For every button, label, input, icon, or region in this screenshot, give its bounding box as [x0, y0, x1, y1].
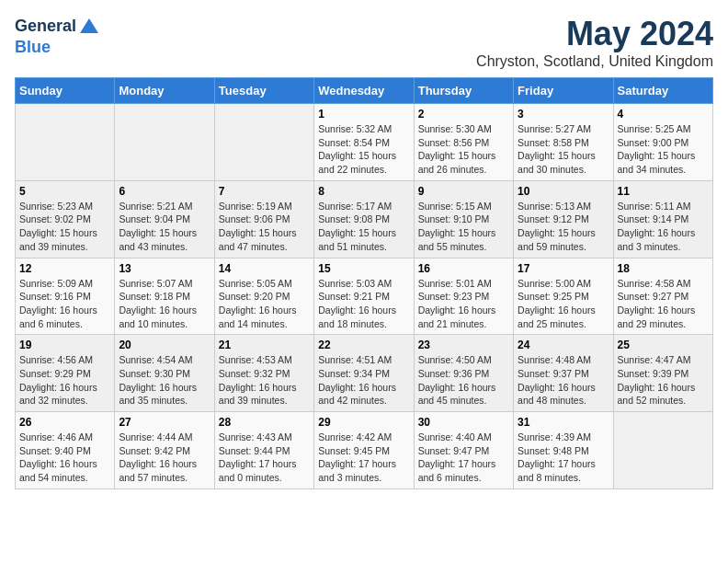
- day-info: Sunrise: 5:05 AM Sunset: 9:20 PM Dayligh…: [219, 277, 310, 331]
- day-info: Sunrise: 5:17 AM Sunset: 9:08 PM Dayligh…: [318, 200, 409, 254]
- calendar-cell: 25Sunrise: 4:47 AM Sunset: 9:39 PM Dayli…: [613, 335, 712, 412]
- day-info: Sunrise: 5:27 AM Sunset: 8:58 PM Dayligh…: [518, 122, 609, 177]
- day-info: Sunrise: 5:07 AM Sunset: 9:18 PM Dayligh…: [119, 277, 210, 331]
- day-number: 31: [518, 416, 609, 429]
- calendar-cell: 26Sunrise: 4:46 AM Sunset: 9:40 PM Dayli…: [16, 412, 115, 489]
- logo: General Blue: [15, 15, 100, 57]
- day-number: 27: [119, 416, 210, 429]
- calendar-week-row: 19Sunrise: 4:56 AM Sunset: 9:29 PM Dayli…: [16, 335, 713, 412]
- day-number: 3: [518, 108, 609, 121]
- subtitle: Chryston, Scotland, United Kingdom: [476, 53, 713, 70]
- calendar-cell: 3Sunrise: 5:27 AM Sunset: 8:58 PM Daylig…: [514, 104, 613, 181]
- day-number: 23: [418, 339, 509, 351]
- day-number: 29: [318, 416, 409, 429]
- day-number: 9: [418, 185, 509, 198]
- calendar-cell: 20Sunrise: 4:54 AM Sunset: 9:30 PM Dayli…: [115, 335, 214, 412]
- day-number: 21: [219, 339, 310, 351]
- day-number: 30: [418, 416, 509, 429]
- calendar-cell: 13Sunrise: 5:07 AM Sunset: 9:18 PM Dayli…: [115, 258, 214, 335]
- day-info: Sunrise: 4:40 AM Sunset: 9:47 PM Dayligh…: [418, 431, 509, 485]
- title-section: May 2024 Chryston, Scotland, United King…: [476, 15, 713, 70]
- header-day-monday: Monday: [115, 78, 214, 104]
- calendar-cell: 1Sunrise: 5:32 AM Sunset: 8:54 PM Daylig…: [314, 104, 414, 181]
- day-number: 11: [618, 185, 709, 198]
- header-day-thursday: Thursday: [414, 78, 513, 104]
- logo-general: General: [15, 17, 76, 36]
- day-number: 8: [318, 185, 409, 198]
- day-info: Sunrise: 4:50 AM Sunset: 9:36 PM Dayligh…: [418, 353, 509, 408]
- header-day-tuesday: Tuesday: [214, 78, 313, 104]
- calendar-cell: 18Sunrise: 4:58 AM Sunset: 9:27 PM Dayli…: [613, 258, 712, 335]
- logo-text: General Blue: [15, 15, 100, 57]
- calendar-cell: [16, 104, 115, 181]
- day-info: Sunrise: 4:56 AM Sunset: 9:29 PM Dayligh…: [19, 353, 110, 408]
- calendar-cell: 28Sunrise: 4:43 AM Sunset: 9:44 PM Dayli…: [214, 412, 313, 489]
- day-info: Sunrise: 5:13 AM Sunset: 9:12 PM Dayligh…: [518, 200, 609, 254]
- calendar-cell: [214, 104, 313, 181]
- header-day-sunday: Sunday: [16, 78, 115, 104]
- day-number: 4: [618, 108, 709, 121]
- calendar-cell: 10Sunrise: 5:13 AM Sunset: 9:12 PM Dayli…: [514, 180, 613, 258]
- day-number: 25: [618, 339, 709, 351]
- day-info: Sunrise: 5:03 AM Sunset: 9:21 PM Dayligh…: [318, 277, 409, 331]
- day-number: 7: [219, 185, 310, 198]
- day-number: 26: [19, 416, 110, 429]
- day-number: 15: [318, 262, 409, 275]
- day-number: 28: [219, 416, 310, 429]
- day-info: Sunrise: 5:01 AM Sunset: 9:23 PM Dayligh…: [418, 277, 509, 331]
- day-info: Sunrise: 5:00 AM Sunset: 9:25 PM Dayligh…: [518, 277, 609, 331]
- calendar-cell: 5Sunrise: 5:23 AM Sunset: 9:02 PM Daylig…: [16, 180, 115, 258]
- calendar-cell: 12Sunrise: 5:09 AM Sunset: 9:16 PM Dayli…: [16, 258, 115, 335]
- day-info: Sunrise: 5:25 AM Sunset: 9:00 PM Dayligh…: [618, 122, 709, 177]
- day-number: 22: [318, 339, 409, 351]
- calendar-cell: 11Sunrise: 5:11 AM Sunset: 9:14 PM Dayli…: [613, 180, 712, 258]
- day-info: Sunrise: 4:51 AM Sunset: 9:34 PM Dayligh…: [318, 353, 409, 408]
- day-info: Sunrise: 4:46 AM Sunset: 9:40 PM Dayligh…: [19, 431, 110, 485]
- day-number: 13: [119, 262, 210, 275]
- day-number: 24: [518, 339, 609, 351]
- day-number: 1: [318, 108, 409, 121]
- calendar-cell: 4Sunrise: 5:25 AM Sunset: 9:00 PM Daylig…: [613, 104, 712, 181]
- calendar-cell: 22Sunrise: 4:51 AM Sunset: 9:34 PM Dayli…: [314, 335, 414, 412]
- calendar-cell: 6Sunrise: 5:21 AM Sunset: 9:04 PM Daylig…: [115, 180, 214, 258]
- day-info: Sunrise: 5:30 AM Sunset: 8:56 PM Dayligh…: [418, 122, 509, 177]
- calendar-cell: 31Sunrise: 4:39 AM Sunset: 9:48 PM Dayli…: [514, 412, 613, 489]
- calendar-cell: 16Sunrise: 5:01 AM Sunset: 9:23 PM Dayli…: [414, 258, 513, 335]
- calendar-cell: 8Sunrise: 5:17 AM Sunset: 9:08 PM Daylig…: [314, 180, 414, 258]
- calendar-cell: 30Sunrise: 4:40 AM Sunset: 9:47 PM Dayli…: [414, 412, 513, 489]
- calendar-header: SundayMondayTuesdayWednesdayThursdayFrid…: [16, 78, 713, 104]
- calendar-cell: 15Sunrise: 5:03 AM Sunset: 9:21 PM Dayli…: [314, 258, 414, 335]
- header-row: SundayMondayTuesdayWednesdayThursdayFrid…: [16, 78, 713, 104]
- day-number: 6: [119, 185, 210, 198]
- calendar-cell: 19Sunrise: 4:56 AM Sunset: 9:29 PM Dayli…: [16, 335, 115, 412]
- day-info: Sunrise: 4:47 AM Sunset: 9:39 PM Dayligh…: [618, 353, 709, 408]
- calendar-cell: [115, 104, 214, 181]
- calendar-week-row: 5Sunrise: 5:23 AM Sunset: 9:02 PM Daylig…: [16, 180, 713, 258]
- svg-marker-0: [80, 18, 98, 33]
- day-info: Sunrise: 5:32 AM Sunset: 8:54 PM Dayligh…: [318, 122, 409, 177]
- day-info: Sunrise: 4:44 AM Sunset: 9:42 PM Dayligh…: [119, 431, 210, 485]
- calendar-cell: 14Sunrise: 5:05 AM Sunset: 9:20 PM Dayli…: [214, 258, 313, 335]
- day-info: Sunrise: 5:15 AM Sunset: 9:10 PM Dayligh…: [418, 200, 509, 254]
- calendar-cell: 2Sunrise: 5:30 AM Sunset: 8:56 PM Daylig…: [414, 104, 513, 181]
- calendar-cell: 24Sunrise: 4:48 AM Sunset: 9:37 PM Dayli…: [514, 335, 613, 412]
- day-info: Sunrise: 4:58 AM Sunset: 9:27 PM Dayligh…: [618, 277, 709, 331]
- page-header: General Blue May 2024 Chryston, Scotland…: [15, 15, 713, 70]
- header-day-friday: Friday: [514, 78, 613, 104]
- day-number: 5: [19, 185, 110, 198]
- day-info: Sunrise: 5:21 AM Sunset: 9:04 PM Dayligh…: [119, 200, 210, 254]
- day-number: 19: [19, 339, 110, 351]
- day-info: Sunrise: 4:39 AM Sunset: 9:48 PM Dayligh…: [518, 431, 609, 485]
- day-info: Sunrise: 4:43 AM Sunset: 9:44 PM Dayligh…: [219, 431, 310, 485]
- calendar-cell: 23Sunrise: 4:50 AM Sunset: 9:36 PM Dayli…: [414, 335, 513, 412]
- header-day-wednesday: Wednesday: [314, 78, 414, 104]
- main-title: May 2024: [476, 15, 713, 53]
- calendar-cell: 21Sunrise: 4:53 AM Sunset: 9:32 PM Dayli…: [214, 335, 313, 412]
- logo-triangle-icon: [78, 15, 100, 37]
- calendar-cell: 29Sunrise: 4:42 AM Sunset: 9:45 PM Dayli…: [314, 412, 414, 489]
- day-number: 16: [418, 262, 509, 275]
- day-number: 17: [518, 262, 609, 275]
- day-info: Sunrise: 5:19 AM Sunset: 9:06 PM Dayligh…: [219, 200, 310, 254]
- calendar-week-row: 26Sunrise: 4:46 AM Sunset: 9:40 PM Dayli…: [16, 412, 713, 489]
- day-info: Sunrise: 5:23 AM Sunset: 9:02 PM Dayligh…: [19, 200, 110, 254]
